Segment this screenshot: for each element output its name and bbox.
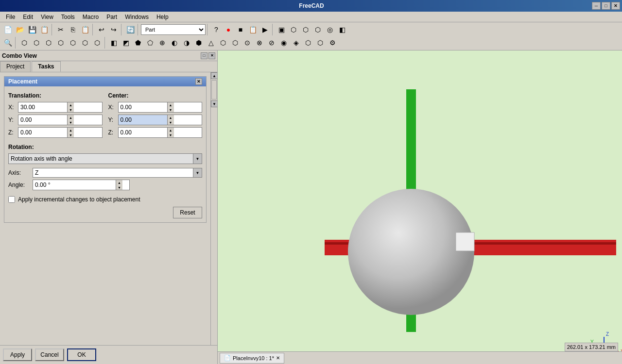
view-2[interactable]: ⬡ (288, 24, 299, 35)
ok-button[interactable]: OK (67, 348, 96, 361)
tz-down-arrow[interactable]: ▼ (67, 132, 74, 137)
menu-item-windows[interactable]: Windows (121, 13, 153, 21)
scroll-thumb[interactable] (211, 80, 217, 99)
part-btn-17[interactable]: ⬡ (302, 37, 314, 49)
angle-input[interactable] (33, 180, 116, 190)
rotation-mode-select[interactable]: Rotation axis with angle Euler Angles (Z… (9, 154, 193, 164)
refresh-button[interactable]: 🔄 (124, 24, 136, 35)
view-4[interactable]: ⬡ (312, 24, 324, 35)
cy-down-arrow[interactable]: ▼ (167, 120, 174, 125)
reset-button[interactable]: Reset (173, 207, 202, 218)
close-button[interactable]: ✕ (611, 2, 620, 10)
ty-down-arrow[interactable]: ▼ (67, 120, 74, 125)
tz-up-arrow[interactable]: ▲ (67, 128, 74, 132)
part-btn-14[interactable]: ⊘ (266, 37, 277, 49)
angle-down-arrow[interactable]: ▼ (116, 185, 122, 190)
part-btn-15[interactable]: ◉ (278, 37, 290, 49)
zoom-fit-button[interactable]: 🔍 (2, 37, 14, 49)
redo-button[interactable]: ↪ (108, 24, 120, 35)
view-6[interactable]: ◧ (336, 24, 348, 35)
view-right-btn[interactable]: ⬡ (67, 37, 79, 49)
view-top-btn[interactable]: ⬡ (79, 37, 91, 49)
axis-select[interactable]: X Y Z (33, 168, 193, 177)
part-btn-4[interactable]: ⬠ (144, 37, 156, 49)
cancel-button[interactable]: Cancel (35, 348, 64, 361)
cx-input[interactable] (119, 102, 167, 112)
tx-down-arrow[interactable]: ▼ (67, 107, 74, 112)
cz-input[interactable] (119, 128, 167, 137)
part-btn-8[interactable]: ⬢ (193, 37, 205, 49)
part-btn-5[interactable]: ⊕ (156, 37, 168, 49)
part-btn-12[interactable]: ⊙ (242, 37, 253, 49)
stop-button[interactable]: ■ (235, 24, 246, 35)
view-bottom-btn[interactable]: ⬡ (91, 37, 103, 49)
save-button[interactable]: 💾 (26, 24, 38, 35)
tx-input[interactable] (18, 102, 67, 112)
view-3[interactable]: ⬡ (300, 24, 311, 35)
part-btn-6[interactable]: ◐ (169, 37, 180, 49)
part-btn-9[interactable]: △ (205, 37, 217, 49)
part-btn-2[interactable]: ◩ (120, 37, 132, 49)
axis-select-arrow[interactable]: ▼ (193, 168, 202, 177)
record-button[interactable]: ● (223, 24, 234, 35)
workbench-selector[interactable]: PartDraftFEMImageMeshOpenSCADReverse Eng… (141, 24, 206, 35)
help-button[interactable]: ? (210, 24, 222, 35)
minimize-button[interactable]: ─ (592, 2, 601, 10)
part-btn-18[interactable]: ⬡ (314, 37, 326, 49)
cx-down-arrow[interactable]: ▼ (167, 107, 174, 112)
part-btn-19[interactable]: ⚙ (327, 37, 338, 49)
combo-restore-button[interactable]: □ (201, 52, 207, 59)
view-1[interactable]: ▣ (276, 24, 287, 35)
menu-item-help[interactable]: Help (153, 13, 173, 21)
copy-button[interactable]: ⎘ (67, 24, 79, 35)
part-btn-7[interactable]: ◑ (181, 37, 192, 49)
viewport-tab-close[interactable]: ✕ (276, 355, 280, 361)
view-front-btn[interactable]: ⬡ (31, 37, 42, 49)
run-macro-button[interactable]: ▶ (259, 24, 271, 35)
open-file-button[interactable]: 📂 (14, 24, 26, 35)
part-btn-3[interactable]: ⬟ (132, 37, 144, 49)
tab-project[interactable]: Project (0, 61, 31, 72)
cz-down-arrow[interactable]: ▼ (167, 132, 174, 137)
part-btn-11[interactable]: ⬡ (229, 37, 241, 49)
cz-up-arrow[interactable]: ▲ (167, 128, 174, 132)
menu-item-edit[interactable]: Edit (19, 13, 37, 21)
rotation-mode-arrow[interactable]: ▼ (193, 154, 202, 164)
part-btn-16[interactable]: ◈ (290, 37, 302, 49)
incremental-checkbox[interactable] (8, 196, 15, 203)
viewport[interactable]: X Y Z 📄 PlaceInvvy10 : 1* ✕ 262.01 x 173… (218, 50, 622, 364)
placement-close-button[interactable]: ✕ (195, 78, 202, 85)
tab-tasks[interactable]: Tasks (32, 61, 60, 72)
apply-button[interactable]: Apply (3, 348, 32, 361)
part-btn-1[interactable]: ◧ (108, 37, 120, 49)
tz-input[interactable] (18, 128, 67, 137)
maximize-button[interactable]: □ (602, 2, 610, 10)
scroll-up-button[interactable]: ▲ (211, 72, 217, 79)
save-as-button[interactable]: 📋 (38, 24, 50, 35)
part-btn-10[interactable]: ⬡ (217, 37, 229, 49)
ty-input[interactable] (18, 115, 67, 125)
view-5[interactable]: ◎ (324, 24, 336, 35)
viewport-tab[interactable]: 📄 PlaceInvvy10 : 1* ✕ (220, 353, 284, 364)
menu-item-macro[interactable]: Macro (79, 13, 103, 21)
part-btn-13[interactable]: ⊗ (254, 37, 265, 49)
tx-up-arrow[interactable]: ▲ (67, 102, 74, 107)
menu-item-view[interactable]: View (37, 13, 57, 21)
undo-button[interactable]: ↩ (96, 24, 107, 35)
new-file-button[interactable]: 📄 (2, 24, 14, 35)
cy-up-arrow[interactable]: ▲ (167, 115, 174, 120)
menu-item-file[interactable]: File (2, 13, 19, 21)
menu-item-part[interactable]: Part (103, 13, 121, 21)
cy-input[interactable] (119, 115, 167, 125)
ty-up-arrow[interactable]: ▲ (67, 115, 74, 120)
view-left-btn[interactable]: ⬡ (55, 37, 67, 49)
scroll-down-button[interactable]: ▼ (211, 100, 217, 107)
view-rear-btn[interactable]: ⬡ (43, 37, 54, 49)
combo-close-button[interactable]: ✕ (208, 52, 215, 59)
macro-button[interactable]: 📋 (247, 24, 259, 35)
paste-button[interactable]: 📋 (79, 24, 91, 35)
view-iso-btn[interactable]: ⬡ (18, 37, 30, 49)
cut-button[interactable]: ✂ (55, 24, 67, 35)
cx-up-arrow[interactable]: ▲ (167, 102, 174, 107)
angle-up-arrow[interactable]: ▲ (116, 180, 122, 185)
